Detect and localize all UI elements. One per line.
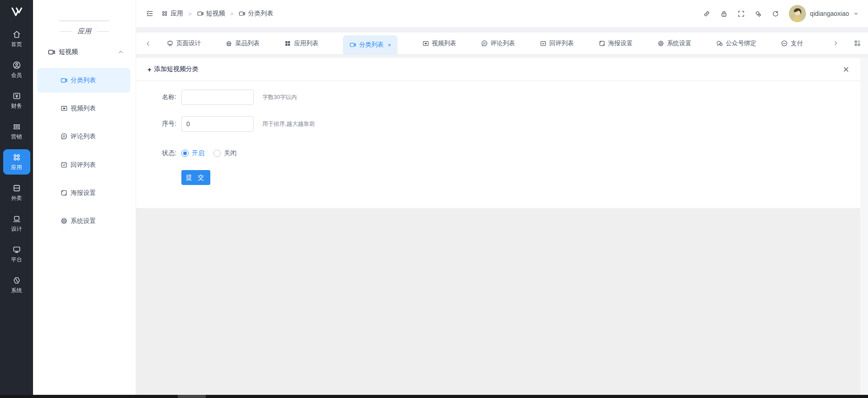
- tab-category-list[interactable]: 分类列表 ×: [343, 35, 398, 54]
- order-hint: 用于排序,越大越靠前: [262, 120, 315, 128]
- form-row-name: 名称: 字数30字以内: [136, 90, 297, 105]
- content-area: + 添加短视频分类 名称: 字数30字以内 序号: 用于排序,越大越靠前: [136, 58, 868, 395]
- v-logo-icon: [10, 5, 24, 19]
- radio-on-label: 开启: [192, 149, 204, 157]
- user-menu[interactable]: qidiangaoxiao: [789, 5, 859, 22]
- video-camera-icon: [197, 10, 204, 17]
- tab-label: 海报设置: [608, 39, 633, 47]
- apps-icon: [12, 153, 21, 162]
- sidebar-item-marketing[interactable]: 营销: [3, 118, 30, 144]
- panel-close-icon[interactable]: [843, 66, 849, 73]
- pay-icon: [781, 40, 788, 47]
- marketing-icon: [12, 122, 21, 131]
- sidebar-item-design[interactable]: 设计: [3, 211, 30, 236]
- poster-icon: [598, 40, 606, 47]
- breadcrumb-item-apps[interactable]: 应用: [161, 9, 183, 18]
- sidebar-item-label: 首页: [11, 41, 22, 48]
- topbar: 应用 > 短视频 > 分类列表: [136, 0, 868, 27]
- tab-official-account-binding[interactable]: 公众号绑定: [716, 33, 757, 54]
- horizontal-scrollbar[interactable]: [0, 395, 868, 398]
- tab-bar: 页面设计 菜品列表 应用列表 分类列表 × 视频列表: [136, 33, 868, 55]
- submenu-item-category-list[interactable]: 分类列表: [37, 68, 130, 93]
- video-camera-icon: [47, 48, 56, 56]
- tab-dish-list[interactable]: 菜品列表: [225, 33, 260, 54]
- brand-logo[interactable]: [10, 5, 24, 19]
- header-gap: [136, 27, 868, 33]
- tab-pay[interactable]: 支付: [781, 33, 803, 54]
- tab-options-icon[interactable]: [854, 39, 861, 47]
- refresh-icon[interactable]: [772, 10, 779, 18]
- member-icon: [12, 61, 21, 70]
- order-input[interactable]: [181, 116, 254, 132]
- radio-option-on[interactable]: 开启: [181, 149, 204, 157]
- vertical-scrollbar-track[interactable]: [860, 58, 868, 395]
- tab-page-design[interactable]: 页面设计: [166, 33, 201, 54]
- tab-poster-settings[interactable]: 海报设置: [598, 33, 633, 54]
- sidebar-item-apps[interactable]: 应用: [3, 149, 30, 175]
- tab-app-list[interactable]: 应用列表: [284, 33, 318, 54]
- radio-unselected-icon[interactable]: [213, 150, 221, 157]
- sidebar-top-divider: [59, 20, 109, 21]
- submenu-item-label: 回评列表: [71, 161, 96, 169]
- poster-icon: [60, 189, 68, 197]
- link-icon[interactable]: [703, 10, 711, 18]
- sidebar-item-member[interactable]: 会员: [3, 57, 30, 82]
- fullscreen-icon[interactable]: [737, 10, 745, 18]
- tab-label: 菜品列表: [235, 39, 260, 47]
- menu-fold-icon[interactable]: [146, 9, 154, 18]
- sidebar-item-platform[interactable]: 平台: [3, 242, 30, 267]
- breadcrumb-label: 分类列表: [248, 9, 273, 18]
- submenu-item-poster-settings[interactable]: 海报设置: [37, 180, 130, 205]
- chevron-up-icon[interactable]: [118, 49, 124, 55]
- panel-title: + 添加短视频分类: [147, 65, 199, 73]
- secondary-sidebar: 应用 短视频 分类列表 视频列表 评论列表 回评列表 海报设置: [33, 0, 136, 395]
- sidebar-item-takeout[interactable]: 外卖: [3, 180, 30, 205]
- sidebar-item-finance[interactable]: 财务: [3, 88, 30, 113]
- radio-selected-icon[interactable]: [181, 150, 189, 157]
- tab-video-list[interactable]: 视频列表: [422, 33, 456, 54]
- sidebar-item-home[interactable]: 首页: [3, 26, 30, 52]
- submenu-group-shortvideo[interactable]: 短视频: [47, 45, 124, 59]
- sidebar-item-system[interactable]: 系统: [3, 272, 30, 298]
- official-account-icon: [716, 40, 723, 47]
- sidebar-item-label: 设计: [11, 225, 22, 233]
- gear-icon: [60, 217, 68, 225]
- submenu-item-reply-list[interactable]: 回评列表: [37, 152, 130, 177]
- radio-option-off[interactable]: 关闭: [213, 149, 237, 157]
- tab-label: 视频列表: [432, 39, 456, 47]
- breadcrumb-item-shortvideo[interactable]: 短视频: [197, 9, 225, 18]
- tab-system-settings[interactable]: 系统设置: [657, 33, 692, 54]
- horizontal-scrollbar-thumb[interactable]: [178, 395, 206, 398]
- name-input[interactable]: [181, 90, 254, 105]
- submenu-item-label: 视频列表: [71, 104, 96, 113]
- sidebar-item-label: 财务: [11, 102, 22, 110]
- lock-icon[interactable]: [720, 10, 728, 18]
- submit-button[interactable]: 提 交: [181, 170, 210, 185]
- design-icon: [12, 214, 21, 223]
- video-camera-icon: [60, 76, 68, 84]
- tabs-scroll-left-icon[interactable]: [145, 40, 155, 47]
- submenu-item-video-list[interactable]: 视频列表: [37, 96, 130, 121]
- tags-icon[interactable]: [754, 10, 762, 18]
- sidebar-item-label: 外卖: [11, 194, 22, 202]
- submenu-item-comment-list[interactable]: 评论列表: [37, 124, 130, 149]
- breadcrumb-label: 短视频: [206, 9, 225, 18]
- grid-icon: [284, 40, 291, 47]
- tab-comment-list[interactable]: 评论列表: [481, 33, 515, 54]
- breadcrumb-item-category-list[interactable]: 分类列表: [238, 9, 273, 18]
- apps-icon: [161, 10, 168, 17]
- admin-app: 首页 会员 财务 营销 应用 外卖: [0, 0, 868, 398]
- submenu-item-system-settings[interactable]: 系统设置: [37, 208, 130, 233]
- breadcrumb: 应用 > 短视频 > 分类列表: [161, 9, 273, 18]
- name-hint: 字数30字以内: [262, 94, 297, 101]
- form-row-status: 状态: 开启 关闭: [136, 146, 237, 161]
- tabs-scroll-right-icon[interactable]: [832, 40, 839, 47]
- video-camera-icon: [238, 10, 246, 17]
- submenu-title-text: 应用: [78, 27, 91, 36]
- topbar-actions: qidiangaoxiao: [703, 5, 859, 22]
- status-label: 状态:: [136, 149, 176, 157]
- tabbar-gap: [136, 55, 868, 58]
- sidebar-item-label: 平台: [11, 256, 22, 264]
- tab-close-icon[interactable]: ×: [388, 42, 391, 48]
- tab-reply-list[interactable]: 回评列表: [540, 33, 574, 54]
